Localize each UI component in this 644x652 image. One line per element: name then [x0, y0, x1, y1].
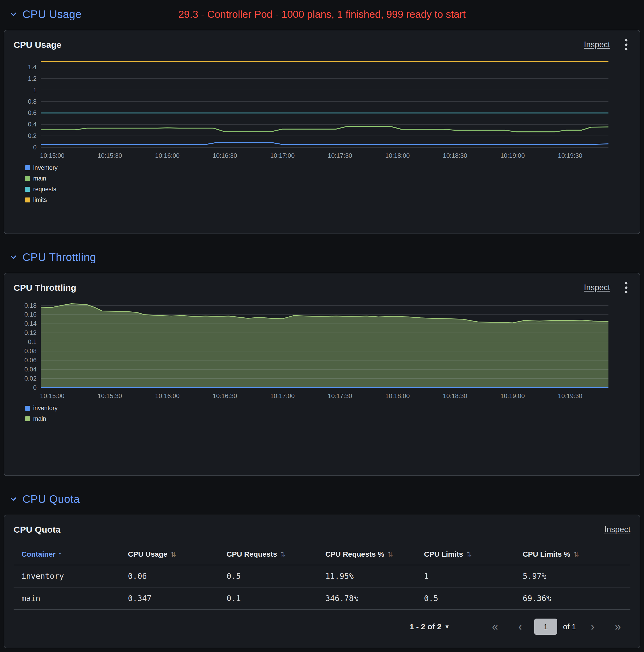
- svg-text:10:19:00: 10:19:00: [500, 392, 524, 399]
- svg-text:0: 0: [33, 384, 36, 391]
- svg-text:1.4: 1.4: [28, 63, 36, 71]
- table-row: main0.3470.1346.78%0.569.36%: [14, 587, 630, 609]
- first-page-button[interactable]: «: [483, 621, 508, 633]
- section-toggle-cpu-quota[interactable]: CPU Quota: [9, 493, 80, 506]
- svg-text:0: 0: [33, 144, 36, 151]
- svg-text:10:17:30: 10:17:30: [328, 152, 352, 159]
- legend-swatch-icon: [25, 416, 30, 422]
- column-label: CPU Limits: [424, 550, 463, 558]
- sort-toggle-icon: ⇅: [466, 551, 472, 558]
- pagination-range-label: 1 - 2 of 2: [410, 622, 441, 631]
- panel-cpu-throttling: CPU Throttling Inspect 00.020.040.060.08…: [4, 273, 640, 476]
- page-of-label: of 1: [563, 622, 576, 631]
- cpu-usage-legend: inventorymainrequestslimits: [14, 162, 630, 205]
- svg-text:10:18:30: 10:18:30: [443, 152, 467, 159]
- panel-header-cpu-quota: CPU Quota Inspect: [14, 522, 630, 537]
- svg-text:10:17:00: 10:17:00: [270, 152, 294, 159]
- column-header-cpu-limits[interactable]: CPU Limits %⇅: [521, 543, 630, 565]
- column-header-container[interactable]: Container↑: [14, 543, 126, 565]
- table-cell: main: [14, 587, 126, 609]
- legend-item-main[interactable]: main: [25, 413, 630, 424]
- svg-text:0.14: 0.14: [24, 320, 36, 327]
- next-page-button[interactable]: ›: [580, 621, 605, 633]
- legend-label: limits: [33, 196, 47, 203]
- section-toggle-cpu-usage[interactable]: CPU Usage: [9, 8, 81, 21]
- sort-toggle-icon: ⇅: [171, 551, 176, 558]
- svg-text:10:16:30: 10:16:30: [213, 152, 237, 159]
- table-cell: 0.347: [126, 587, 225, 609]
- column-label: CPU Requests %: [326, 550, 384, 558]
- kebab-menu-icon[interactable]: [622, 280, 630, 295]
- svg-text:10:15:30: 10:15:30: [98, 152, 122, 159]
- last-page-button[interactable]: »: [605, 621, 630, 633]
- panel-header-cpu-usage: CPU Usage Inspect: [14, 37, 630, 52]
- column-header-cpu-requests[interactable]: CPU Requests⇅: [225, 543, 323, 565]
- chevron-down-icon: [9, 10, 17, 19]
- panel-title-cpu-throttling: CPU Throttling: [14, 283, 76, 293]
- table-cell: inventory: [14, 565, 126, 587]
- svg-text:10:16:30: 10:16:30: [213, 392, 237, 399]
- svg-text:0.18: 0.18: [24, 302, 36, 309]
- column-label: CPU Limits %: [523, 550, 570, 558]
- svg-text:0.8: 0.8: [28, 98, 36, 105]
- svg-text:1: 1: [33, 86, 36, 93]
- legend-swatch-icon: [25, 197, 30, 202]
- dashboard-page: CPU Usage 29.3 - Controller Pod - 1000 p…: [4, 4, 640, 648]
- column-header-cpu-requests[interactable]: CPU Requests %⇅: [323, 543, 422, 565]
- table-cell: 1: [422, 565, 521, 587]
- svg-text:0.1: 0.1: [28, 338, 36, 345]
- column-header-cpu-usage[interactable]: CPU Usage⇅: [126, 543, 225, 565]
- svg-text:10:17:30: 10:17:30: [328, 392, 352, 399]
- panel-title-cpu-usage: CPU Usage: [14, 40, 61, 50]
- legend-item-inventory[interactable]: inventory: [25, 403, 630, 413]
- cpu-throttling-chart: 00.020.040.060.080.10.120.140.160.1810:1…: [14, 298, 630, 399]
- svg-text:0.4: 0.4: [28, 121, 36, 128]
- table-row: inventory0.060.511.95%15.97%: [14, 565, 630, 587]
- inspect-link-cpu-quota[interactable]: Inspect: [604, 525, 630, 534]
- page-number-input[interactable]: [534, 619, 557, 635]
- svg-text:10:19:30: 10:19:30: [558, 152, 582, 159]
- legend-item-main[interactable]: main: [25, 173, 630, 184]
- svg-text:1.2: 1.2: [28, 75, 36, 82]
- items-per-page-dropdown[interactable]: 1 - 2 of 2 ▾: [410, 622, 448, 631]
- chevron-down-icon: [9, 253, 17, 262]
- svg-text:0.12: 0.12: [24, 329, 36, 336]
- legend-label: requests: [33, 186, 56, 193]
- table-cell: 346.78%: [323, 587, 422, 609]
- prev-page-button[interactable]: ‹: [508, 621, 533, 633]
- legend-item-limits[interactable]: limits: [25, 195, 630, 205]
- inspect-link-cpu-usage[interactable]: Inspect: [584, 40, 610, 49]
- section-header-cpu-quota: CPU Quota: [4, 489, 640, 509]
- inspect-link-cpu-throttling[interactable]: Inspect: [584, 283, 610, 292]
- section-header-cpu-usage: CPU Usage 29.3 - Controller Pod - 1000 p…: [4, 4, 640, 25]
- legend-swatch-icon: [25, 176, 30, 181]
- svg-text:0.16: 0.16: [24, 311, 36, 318]
- svg-text:10:15:30: 10:15:30: [98, 392, 122, 399]
- table-cell: 0.1: [225, 587, 323, 609]
- svg-text:0.08: 0.08: [24, 347, 36, 354]
- panel-cpu-quota: CPU Quota Inspect Container↑CPU Usage⇅CP…: [4, 515, 640, 648]
- svg-text:10:18:00: 10:18:00: [385, 392, 410, 399]
- svg-text:10:15:00: 10:15:00: [40, 392, 64, 399]
- legend-item-inventory[interactable]: inventory: [25, 162, 630, 173]
- chevron-down-icon: [9, 495, 17, 504]
- section-title-cpu-usage: CPU Usage: [23, 8, 81, 21]
- column-header-cpu-limits[interactable]: CPU Limits⇅: [422, 543, 521, 565]
- svg-text:10:17:00: 10:17:00: [270, 392, 294, 399]
- legend-label: main: [33, 175, 46, 182]
- table-cell: 5.97%: [521, 565, 630, 587]
- cpu-usage-chart: 00.20.40.60.811.21.410:15:0010:15:3010:1…: [14, 55, 630, 159]
- table-header-row: Container↑CPU Usage⇅CPU Requests⇅CPU Req…: [14, 543, 630, 565]
- svg-text:0.02: 0.02: [24, 375, 36, 382]
- column-label: CPU Usage: [128, 550, 168, 558]
- kebab-menu-icon[interactable]: [622, 37, 630, 52]
- section-header-cpu-throttling: CPU Throttling: [4, 247, 640, 268]
- sort-ascending-icon: ↑: [58, 550, 62, 558]
- svg-text:10:18:00: 10:18:00: [385, 152, 410, 159]
- section-toggle-cpu-throttling[interactable]: CPU Throttling: [9, 251, 96, 264]
- panel-cpu-usage: CPU Usage Inspect 00.20.40.60.811.21.410…: [4, 30, 640, 234]
- svg-text:0.06: 0.06: [24, 357, 36, 363]
- cpu-throttling-legend: inventorymain: [14, 403, 630, 424]
- legend-item-requests[interactable]: requests: [25, 184, 630, 195]
- column-label: CPU Requests: [227, 550, 277, 558]
